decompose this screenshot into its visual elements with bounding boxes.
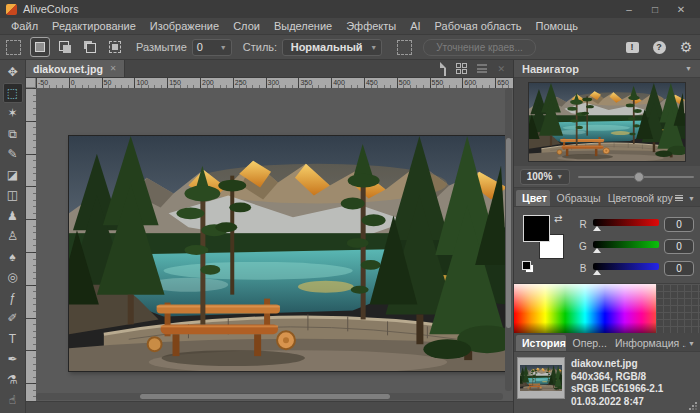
feedback-button[interactable]: !: [624, 39, 640, 55]
feather-value: 0: [197, 41, 203, 53]
channel-b-label: B: [578, 263, 588, 274]
crop-tool[interactable]: ⧉: [3, 124, 23, 144]
channel-g-value[interactable]: 0: [664, 239, 694, 254]
minimize-button[interactable]: –: [616, 1, 642, 17]
chameleon-stamp-tool[interactable]: ♙: [3, 226, 23, 246]
hand-tool[interactable]: ☝: [3, 390, 23, 410]
navigator-thumbnail[interactable]: [528, 82, 686, 162]
title-bar: AliveColors – □ ✕: [0, 0, 700, 18]
color-panel-tabs: Цвет Образцы Цветовой круг ▼: [514, 188, 700, 207]
canvas-wrap: [26, 88, 513, 401]
window-list-button[interactable]: [477, 64, 487, 73]
document-tab-bar: diakov.net.jpg ✕ ✕: [26, 60, 513, 78]
text-tool[interactable]: T: [3, 329, 23, 349]
brush-tool[interactable]: ✐: [3, 308, 23, 328]
blur-tool[interactable]: ♠: [3, 247, 23, 267]
navigator-header[interactable]: Навигатор ▼: [514, 60, 700, 78]
menu-item[interactable]: Редактирование: [45, 18, 143, 35]
style-dropdown[interactable]: Нормальный ▼: [282, 39, 382, 56]
new-document-button[interactable]: [444, 63, 446, 75]
channel-g-slider[interactable]: [593, 239, 659, 253]
toolbox: ✥ ⬚ ✶ ⧉ ✎ ◪: [0, 60, 26, 413]
gear-icon: ⚙: [680, 40, 693, 54]
clone-stamp-tool[interactable]: ♟: [3, 206, 23, 226]
close-button[interactable]: ✕: [668, 1, 694, 17]
tab-color[interactable]: Цвет: [516, 190, 550, 206]
dodge-tool[interactable]: ◎: [3, 267, 23, 287]
close-all-button[interactable]: ✕: [497, 64, 505, 74]
tab-operations[interactable]: Опер...: [567, 335, 608, 351]
horizontal-scrollbar-thumb[interactable]: [140, 394, 390, 399]
horizontal-scrollbar[interactable]: [36, 393, 503, 400]
subtract-selection-mode-button[interactable]: [80, 37, 100, 57]
tab-color-wheel[interactable]: Цветовой круг: [602, 190, 674, 206]
tile-windows-button[interactable]: [456, 63, 467, 74]
vertical-scrollbar-thumb[interactable]: [506, 138, 511, 328]
document-image[interactable]: [68, 135, 508, 372]
maximize-button[interactable]: □: [642, 1, 668, 17]
menu-item[interactable]: Слои: [226, 18, 267, 35]
file-info-size: 640x364, RGB/8: [571, 371, 696, 384]
eraser-tool[interactable]: ◪: [3, 165, 23, 185]
menu-item[interactable]: Изображение: [143, 18, 226, 35]
channel-r-slider[interactable]: [593, 217, 659, 231]
magic-eraser-tool[interactable]: ◫: [3, 185, 23, 205]
magic-wand-tool[interactable]: ✶: [3, 103, 23, 123]
move-tool[interactable]: ✥: [3, 62, 23, 82]
fx-brush-tool[interactable]: ƒ: [3, 288, 23, 308]
collapse-arrow-icon[interactable]: ▼: [688, 195, 695, 202]
channel-r-value[interactable]: 0: [664, 217, 694, 232]
eyedropper-tool[interactable]: ⚗: [3, 370, 23, 390]
slider-marker-icon[interactable]: [593, 226, 601, 231]
canvas[interactable]: [36, 88, 513, 401]
feather-dropdown[interactable]: 0 ▼: [192, 39, 232, 56]
help-button[interactable]: ?: [651, 39, 667, 55]
zoom-slider[interactable]: [578, 170, 694, 184]
slider-marker-icon[interactable]: [593, 270, 601, 275]
add-selection-mode-button[interactable]: [55, 37, 75, 57]
channel-b-value[interactable]: 0: [664, 261, 694, 276]
file-info-date: 01.03.2022 8:47: [571, 396, 696, 409]
zoom-level-dropdown[interactable]: 100% ▼: [520, 169, 570, 185]
foreground-color-swatch[interactable]: [523, 215, 550, 242]
pen-tool[interactable]: ✒: [3, 349, 23, 369]
settings-button[interactable]: ⚙: [678, 39, 694, 55]
history-state-item[interactable]: [517, 357, 565, 399]
new-selection-mode-button[interactable]: [30, 37, 50, 57]
document-tab[interactable]: diakov.net.jpg ✕: [26, 60, 125, 77]
selection-preview-button[interactable]: [397, 40, 412, 55]
intersect-selection-mode-button[interactable]: [105, 37, 125, 57]
channel-b-slider[interactable]: [593, 261, 659, 275]
chevron-down-icon: ▼: [220, 44, 227, 51]
collapse-arrow-icon[interactable]: ▼: [685, 65, 692, 72]
tab-history[interactable]: История: [516, 335, 566, 351]
zoom-slider-handle[interactable]: [634, 172, 644, 182]
menu-item[interactable]: Помощь: [528, 18, 585, 35]
panel-menu-icon[interactable]: [675, 190, 683, 206]
tab-information[interactable]: Информация ...: [609, 335, 686, 351]
default-colors-icon[interactable]: [522, 261, 534, 273]
menu-item[interactable]: Эффекты: [339, 18, 403, 35]
channel-g-label: G: [578, 241, 588, 252]
ruler-tick-label: 50: [102, 78, 135, 88]
vertical-scrollbar[interactable]: [505, 88, 512, 391]
slider-marker-icon[interactable]: [593, 248, 601, 253]
spectrum-row: [514, 283, 700, 333]
menu-item[interactable]: Файл: [4, 18, 45, 35]
history-thumbnail: [520, 365, 562, 391]
tab-close-icon[interactable]: ✕: [110, 64, 117, 73]
color-spectrum-picker[interactable]: [514, 284, 656, 333]
subtract-selection-icon: [84, 41, 96, 53]
tab-swatches[interactable]: Образцы: [551, 190, 601, 206]
rectangular-selection-tool[interactable]: ⬚: [3, 83, 23, 103]
main-area: ✥ ⬚ ✶ ⧉ ✎ ◪: [0, 60, 700, 413]
menu-item[interactable]: Рабочая область: [428, 18, 529, 35]
resize-grip[interactable]: [688, 401, 698, 411]
swap-colors-icon[interactable]: ⇄: [554, 213, 562, 224]
pencil-tool[interactable]: ✎: [3, 144, 23, 164]
collapse-arrow-icon[interactable]: ▼: [688, 340, 695, 347]
menu-item[interactable]: Выделение: [267, 18, 339, 35]
ruler-tick-label: 200: [200, 78, 233, 88]
menu-item[interactable]: AI: [403, 18, 427, 35]
refine-edges-button[interactable]: Уточнение краев...: [423, 39, 536, 56]
